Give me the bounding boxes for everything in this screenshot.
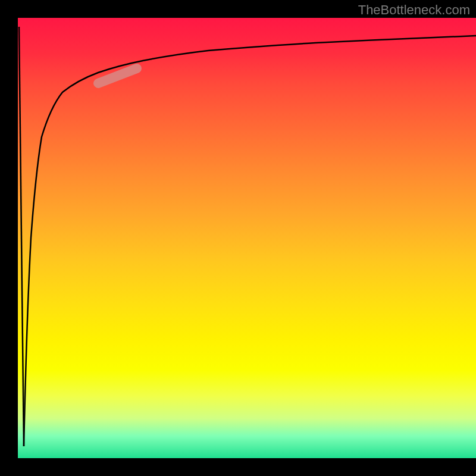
- chart-svg: [18, 18, 476, 458]
- curve-initial-drop: [19, 27, 24, 446]
- watermark-text: TheBottleneck.com: [358, 2, 470, 18]
- plot-area: [18, 18, 476, 458]
- curve-main: [24, 36, 476, 446]
